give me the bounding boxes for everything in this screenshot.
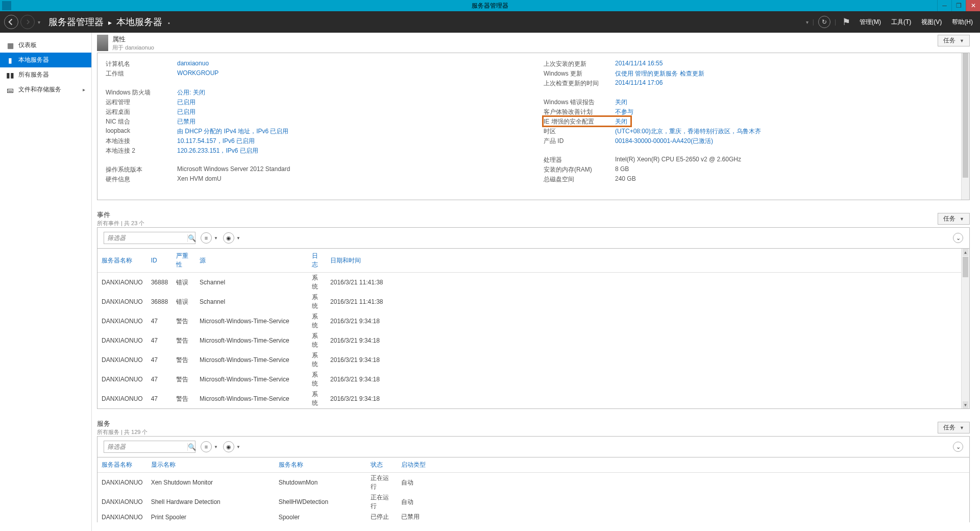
nav-forward-button[interactable] bbox=[20, 15, 35, 29]
nav-dropdown-icon[interactable]: ▾ bbox=[38, 19, 40, 25]
breadcrumb-root[interactable]: 服务器管理器 bbox=[48, 17, 104, 27]
property-row: 处理器Intel(R) Xeon(R) CPU E5-2650 v2 @ 2.6… bbox=[544, 155, 961, 165]
properties-panel: 计算机名danxiaonuo工作组WORKGROUPWindows 防火墙公用:… bbox=[97, 53, 970, 200]
table-row[interactable]: DANXIAONUOShell Hardware DetectionShellH… bbox=[97, 492, 969, 512]
table-cell: Print Spooler bbox=[147, 512, 275, 522]
menu-manage[interactable]: 管理(M) bbox=[856, 16, 884, 29]
server-icon: ▮ bbox=[6, 56, 14, 64]
property-row: 客户体验改善计划不参与 bbox=[544, 107, 961, 117]
property-value[interactable]: 2014/11/14 16:55 bbox=[615, 60, 663, 68]
header-bar: ▾ 服务器管理器 ▸ 本地服务器 • ▾ | ↻ | ⚑ 管理(M) 工具(T)… bbox=[0, 11, 980, 33]
separator: | bbox=[835, 18, 836, 26]
events-scrollbar[interactable]: ▲ ▼ bbox=[961, 249, 969, 408]
sidebar-item-file-storage[interactable]: 🖴 文件和存储服务 ▸ bbox=[0, 82, 91, 97]
properties-tasks-button[interactable]: 任务 ▼ bbox=[938, 35, 970, 46]
sidebar-item-all-servers[interactable]: ▮▮ 所有服务器 bbox=[0, 67, 91, 82]
scroll-down-icon[interactable]: ▼ bbox=[963, 401, 968, 408]
property-value[interactable]: (UTC+08:00)北京，重庆，香港特别行政区，乌鲁木齐 bbox=[615, 127, 761, 136]
services-expand-button[interactable]: ⌄ bbox=[953, 442, 963, 452]
property-row: Windows 更新仅使用 管理的更新服务 检查更新 bbox=[544, 69, 961, 79]
property-label: 本地连接 2 bbox=[106, 147, 177, 155]
nav-back-button[interactable] bbox=[4, 15, 18, 29]
property-label: 上次安装的更新 bbox=[544, 60, 615, 68]
minimize-button[interactable]: ─ bbox=[937, 0, 951, 11]
property-value[interactable]: 由 DHCP 分配的 IPv4 地址，IPv6 已启用 bbox=[177, 127, 288, 136]
property-value[interactable]: WORKGROUP bbox=[177, 69, 218, 78]
property-label: loopback bbox=[106, 127, 177, 136]
services-filter-save-button[interactable]: ◉ bbox=[223, 441, 234, 452]
property-value[interactable]: 已启用 bbox=[177, 108, 195, 116]
scrollbar-thumb[interactable] bbox=[963, 53, 968, 178]
table-row[interactable]: DANXIAONUO36888错误Schannel系统2016/3/21 11:… bbox=[97, 273, 969, 293]
table-cell: 系统 bbox=[308, 311, 326, 331]
column-header[interactable]: 日志 bbox=[308, 249, 326, 273]
property-value[interactable]: danxiaonuo bbox=[177, 60, 209, 68]
menu-view[interactable]: 视图(V) bbox=[918, 16, 945, 29]
events-tasks-button[interactable]: 任务 ▼ bbox=[938, 213, 970, 225]
maximize-button[interactable]: ❐ bbox=[951, 0, 966, 11]
column-header[interactable]: 状态 bbox=[366, 457, 397, 473]
search-icon[interactable]: 🔍 bbox=[187, 443, 196, 451]
column-header[interactable]: 显示名称 bbox=[147, 457, 275, 473]
table-row[interactable]: DANXIAONUOPrint SpoolerSpooler已停止已禁用 bbox=[97, 512, 969, 522]
property-value[interactable]: 已禁用 bbox=[177, 117, 195, 126]
events-filter-input-wrap: 🔍 bbox=[104, 232, 195, 244]
property-value[interactable]: 00184-30000-00001-AA420(已激活) bbox=[615, 137, 713, 146]
app-icon bbox=[2, 1, 11, 10]
property-value[interactable]: 已启用 bbox=[177, 98, 195, 107]
close-button[interactable]: ✕ bbox=[966, 0, 980, 11]
menu-tools[interactable]: 工具(T) bbox=[888, 16, 914, 29]
table-row[interactable]: DANXIAONUOXen Shutdown MonitorShutdownMo… bbox=[97, 473, 969, 493]
scrollbar-thumb[interactable] bbox=[963, 257, 968, 277]
property-value[interactable]: 2014/11/14 17:06 bbox=[615, 79, 663, 88]
column-header[interactable]: 源 bbox=[195, 249, 308, 273]
search-icon[interactable]: 🔍 bbox=[187, 234, 196, 242]
events-filter-save-button[interactable]: ◉ bbox=[223, 232, 234, 244]
property-value[interactable]: 不参与 bbox=[615, 108, 633, 116]
table-cell: DANXIAONUO bbox=[97, 331, 147, 350]
table-row[interactable]: DANXIAONUO47警告Microsoft-Windows-Time-Ser… bbox=[97, 389, 969, 408]
sidebar-item-dashboard[interactable]: ▦ 仪表板 bbox=[0, 38, 91, 53]
breadcrumb-sep-icon: ▸ bbox=[108, 18, 112, 27]
header-dropdown-icon[interactable]: ▾ bbox=[806, 19, 808, 25]
notifications-flag-icon[interactable]: ⚑ bbox=[840, 16, 852, 28]
property-value[interactable]: 仅使用 管理的更新服务 检查更新 bbox=[615, 69, 704, 78]
sidebar-item-local-server[interactable]: ▮ 本地服务器 bbox=[0, 53, 91, 67]
events-expand-button[interactable]: ⌄ bbox=[953, 233, 963, 243]
property-value[interactable]: 关闭 bbox=[615, 117, 627, 126]
column-header[interactable]: 严重性 bbox=[172, 249, 195, 273]
events-filter-options-button[interactable]: ≡ bbox=[201, 232, 212, 244]
table-cell: Schannel bbox=[195, 273, 308, 293]
property-row: 操作系统版本Microsoft Windows Server 2012 Stan… bbox=[106, 165, 523, 175]
services-filter-input[interactable] bbox=[104, 443, 187, 450]
property-value[interactable]: 关闭 bbox=[615, 98, 627, 107]
table-cell: Xen Shutdown Monitor bbox=[147, 473, 275, 493]
scroll-up-icon[interactable]: ▲ bbox=[963, 249, 968, 256]
column-header[interactable]: ID bbox=[147, 249, 172, 273]
table-cell: 系统 bbox=[308, 273, 326, 293]
column-header[interactable]: 服务器名称 bbox=[97, 457, 147, 473]
breadcrumb-more-icon[interactable]: • bbox=[168, 20, 170, 26]
table-row[interactable]: DANXIAONUO36888错误Schannel系统2016/3/21 11:… bbox=[97, 292, 969, 311]
table-cell: 47 bbox=[147, 331, 172, 350]
property-row: 总磁盘空间240 GB bbox=[544, 175, 961, 184]
column-header[interactable]: 日期和时间 bbox=[326, 249, 969, 273]
table-row[interactable]: DANXIAONUO47警告Microsoft-Windows-Time-Ser… bbox=[97, 370, 969, 389]
properties-scrollbar[interactable] bbox=[961, 53, 969, 200]
column-header[interactable]: 服务名称 bbox=[275, 457, 366, 473]
refresh-button[interactable]: ↻ bbox=[818, 16, 830, 28]
events-filter-input[interactable] bbox=[104, 234, 187, 242]
services-tasks-button[interactable]: 任务 ▼ bbox=[938, 422, 970, 433]
property-value[interactable]: 120.26.233.151，IPv6 已启用 bbox=[177, 147, 258, 155]
column-header[interactable]: 服务器名称 bbox=[97, 249, 147, 273]
table-row[interactable]: DANXIAONUO47警告Microsoft-Windows-Time-Ser… bbox=[97, 331, 969, 350]
services-filter-options-button[interactable]: ≡ bbox=[201, 441, 212, 452]
menu-help[interactable]: 帮助(H) bbox=[949, 16, 976, 29]
property-value[interactable]: 公用: 关闭 bbox=[177, 88, 205, 97]
table-row[interactable]: DANXIAONUO47警告Microsoft-Windows-Time-Ser… bbox=[97, 350, 969, 370]
property-row: IE 增强的安全配置关闭 bbox=[544, 117, 961, 127]
column-header[interactable]: 启动类型 bbox=[397, 457, 969, 473]
table-row[interactable]: DANXIAONUO47警告Microsoft-Windows-Time-Ser… bbox=[97, 311, 969, 331]
sidebar-item-label: 所有服务器 bbox=[18, 70, 49, 79]
property-value[interactable]: 10.117.54.157，IPv6 已启用 bbox=[177, 137, 255, 146]
